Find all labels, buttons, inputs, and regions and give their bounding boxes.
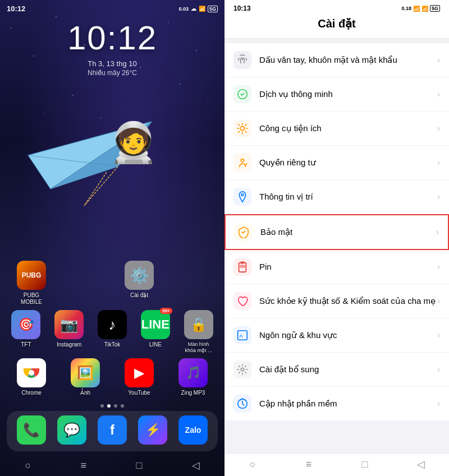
illustration-area: 🧑‍🚀 (0, 77, 224, 261)
security-icon (235, 223, 253, 241)
svg-point-19 (241, 368, 244, 371)
settings-item-fingerprint[interactable]: Dấu vân tay, khuôn mặt và mật khẩu › (224, 43, 449, 77)
dock-phone[interactable]: 📞 (11, 415, 52, 447)
settings-item-smart[interactable]: Dịch vụ thông minh › (224, 77, 449, 112)
settings-item-additional[interactable]: Cài đặt bổ sung › (224, 353, 449, 387)
settings-item-tools[interactable]: Công cụ tiện ích › (224, 112, 449, 146)
left-network-icon: 0.03 (178, 6, 189, 12)
settings-item-security[interactable]: Bảo mật › (224, 214, 449, 250)
left-time: 10:12 (7, 4, 25, 13)
app-screenlock[interactable]: 🔒 Màn hìnhkhóa một ... (177, 310, 220, 354)
right-data-speed: 0.18 (401, 6, 411, 11)
settings-item-language[interactable]: A Ngôn ngữ & khu vực › (224, 318, 449, 353)
svg-text:A: A (240, 333, 244, 339)
nav-back-left[interactable]: ◁ (192, 459, 200, 472)
phone-icon: 📞 (17, 415, 46, 445)
dot-4 (121, 404, 124, 408)
app-row-3: Chrome 🖼️ Ảnh ▶ YouTube 🎵 Zing MP3 (4, 358, 220, 396)
left-5g-badge: 5G (208, 6, 218, 12)
security-chevron: › (436, 227, 439, 237)
update-title: Cập nhật phần mềm (259, 398, 437, 409)
right-time: 10:13 (233, 4, 251, 12)
update-chevron: › (437, 399, 440, 409)
app-tiktok[interactable]: ♪ TikTok (91, 310, 134, 354)
additional-chevron: › (437, 364, 440, 375)
pin-title: Pin (259, 261, 437, 272)
right-signal-icon: 📶 (421, 6, 428, 12)
pubg-label: PUBGMOBILE (21, 292, 42, 306)
location-title: Thông tin vị trí (259, 191, 437, 202)
app-settings[interactable]: ⚙️ Cài đặt (117, 261, 162, 306)
app-pubg[interactable]: PUBG PUBGMOBILE (9, 261, 54, 306)
svg-point-13 (241, 194, 244, 196)
app-chrome[interactable]: Chrome (9, 358, 54, 396)
pin-text: Pin (259, 261, 437, 272)
pin-icon (233, 258, 251, 276)
svg-point-8 (29, 370, 34, 376)
settings-app-label: Cài đặt (130, 292, 148, 299)
location-chevron: › (437, 192, 440, 202)
clock-date: Th 3, 13 thg 10 (0, 59, 224, 68)
nav-recent-right[interactable]: □ (354, 459, 376, 470)
app-empty-2 (171, 261, 216, 306)
update-icon (233, 395, 251, 413)
language-text: Ngôn ngữ & khu vực (259, 330, 437, 341)
nav-home-right[interactable]: ○ (241, 459, 264, 470)
line-label: LINE (149, 341, 162, 348)
astronaut-illustration: 🧑‍🚀 (109, 119, 158, 165)
app-zingmp3[interactable]: 🎵 Zing MP3 (171, 358, 216, 396)
nav-back-right[interactable]: ◁ (410, 458, 432, 470)
app-photos[interactable]: 🖼️ Ảnh (63, 358, 108, 396)
language-chevron: › (437, 330, 440, 340)
health-icon (233, 292, 251, 310)
nav-home-left[interactable]: ○ (25, 460, 31, 472)
dock-facebook[interactable]: f (92, 415, 132, 447)
instagram-label: Instagram (57, 341, 81, 348)
tft-icon: 🎯 (11, 310, 40, 339)
zingmp3-icon: 🎵 (178, 358, 208, 387)
youtube-label: YouTube (128, 390, 150, 396)
tiktok-icon: ♪ (98, 310, 127, 339)
fingerprint-title: Dấu vân tay, khuôn mặt và mật khẩu (259, 54, 437, 66)
messenger-icon: ⚡ (138, 415, 167, 445)
right-5g-badge: 5G (430, 5, 440, 12)
app-line[interactable]: LINE 99+ LINE (134, 310, 177, 354)
fingerprint-chevron: › (437, 55, 440, 65)
zalo-icon: Zalo (178, 415, 208, 445)
dock-messenger[interactable]: ⚡ (132, 415, 173, 447)
settings-item-privacy[interactable]: Quyền riêng tư › (224, 146, 449, 180)
clock-display: 10:12 Th 3, 13 thg 10 Nhiều mây 26°C (0, 19, 224, 77)
right-panel: 10:13 0.18 📶 📶 5G Cài đặt (224, 0, 449, 476)
settings-item-pin[interactable]: Pin › (224, 250, 449, 284)
app-instagram[interactable]: 📷 Instagram (48, 310, 91, 354)
nav-bar-left: ○ ≡ □ ◁ (0, 456, 224, 476)
update-text: Cập nhật phần mềm (259, 398, 437, 409)
right-wifi-icon: 📶 (413, 6, 420, 12)
instagram-icon: 📷 (54, 310, 84, 339)
app-tft[interactable]: 🎯 TFT (4, 310, 48, 354)
messages-icon: 💬 (57, 415, 86, 445)
dock-messages[interactable]: 💬 (52, 415, 92, 447)
status-bar-right: 10:13 0.18 📶 📶 5G (224, 0, 449, 12)
settings-item-update[interactable]: Cập nhật phần mềm › (224, 387, 449, 420)
settings-item-location[interactable]: Thông tin vị trí › (224, 180, 449, 214)
additional-text: Cài đặt bổ sung (259, 364, 437, 375)
dock-zalo[interactable]: Zalo (173, 415, 213, 447)
nav-menu-right[interactable]: ≡ (297, 459, 320, 470)
app-youtube[interactable]: ▶ YouTube (117, 358, 162, 396)
nav-menu-left[interactable]: ≡ (81, 460, 87, 472)
settings-item-health[interactable]: Sức khỏe kỹ thuật số & Kiểm soát của cha… (224, 284, 449, 318)
app-grid: PUBG PUBGMOBILE ⚙️ Cài đặt 🎯 TFT 📷 Insta… (0, 261, 224, 401)
smart-icon (233, 85, 251, 103)
location-icon (233, 188, 251, 206)
svg-point-9 (242, 59, 243, 61)
svg-line-5 (84, 172, 107, 206)
zingmp3-label: Zing MP3 (181, 390, 205, 396)
nav-recent-left[interactable]: □ (136, 460, 142, 472)
language-title: Ngôn ngữ & khu vực (259, 330, 437, 341)
tools-icon (233, 119, 251, 137)
health-chevron: › (437, 296, 440, 306)
tiktok-label: TikTok (104, 341, 121, 348)
dot-1 (100, 404, 104, 408)
photos-label: Ảnh (80, 390, 90, 396)
